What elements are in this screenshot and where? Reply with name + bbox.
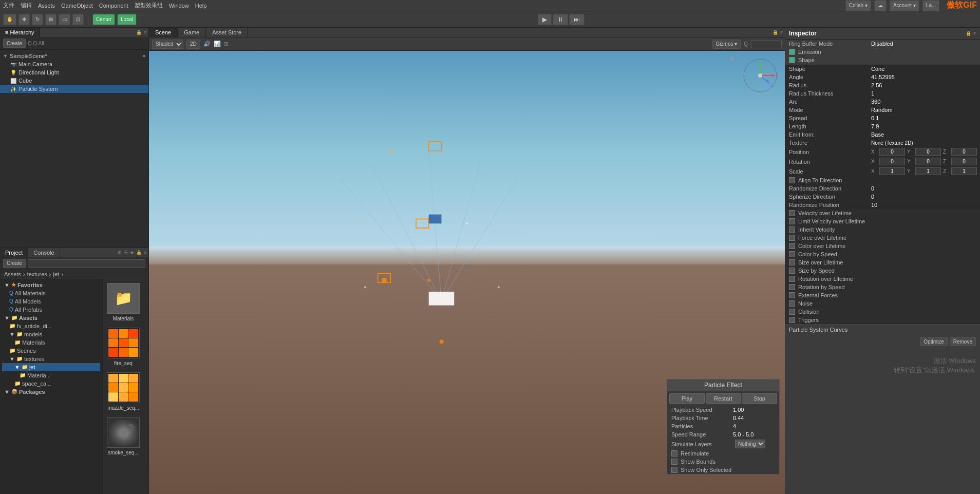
- account-button[interactable]: Account ▾: [890, 0, 919, 11]
- menu-window[interactable]: Window: [169, 3, 189, 9]
- sidebar-assets[interactable]: ▼ 📁 Assets: [2, 314, 100, 322]
- module-inherit-velocity[interactable]: Inherit Velocity: [785, 225, 980, 234]
- 2d-button[interactable]: 2D: [186, 40, 200, 49]
- rotation-z[interactable]: 0: [951, 158, 977, 165]
- project-create-btn[interactable]: Create: [3, 259, 26, 268]
- transform-move[interactable]: ✥: [18, 14, 30, 25]
- collab-button[interactable]: Collab ▾: [845, 0, 871, 11]
- pivot-local-button[interactable]: Local: [117, 14, 137, 25]
- scene-overlay-btn[interactable]: ⊞: [224, 41, 229, 47]
- position-x[interactable]: 0: [879, 148, 905, 156]
- scene-stats-btn[interactable]: 📊: [214, 41, 221, 47]
- position-y[interactable]: 0: [915, 148, 941, 156]
- scale-z[interactable]: 1: [951, 167, 977, 175]
- hierarchy-scene[interactable]: ▼ SampleScene* ≡: [0, 52, 148, 60]
- sidebar-packages[interactable]: ▼ 📦 Packages: [2, 388, 100, 396]
- tab-scene[interactable]: Scene: [149, 28, 178, 37]
- position-z[interactable]: 0: [951, 148, 977, 156]
- module-triggers-checkbox[interactable]: [789, 317, 795, 323]
- sidebar-models[interactable]: ▼ 📁 models: [2, 330, 100, 338]
- show-bounds-checkbox[interactable]: [671, 459, 677, 465]
- module-size-lifetime[interactable]: Size over Lifetime: [785, 258, 980, 267]
- breadcrumb-textures[interactable]: textures: [27, 271, 47, 277]
- show-only-selected-checkbox[interactable]: [671, 467, 677, 473]
- module-rotation-speed[interactable]: Rotation by Speed: [785, 283, 980, 291]
- hierarchy-create-btn[interactable]: Create: [3, 39, 26, 48]
- simulate-layers-select[interactable]: Nothing: [735, 440, 765, 448]
- tab-asset-store[interactable]: Asset Store: [206, 28, 248, 37]
- menu-gameobject[interactable]: GameObject: [61, 3, 93, 9]
- module-rotation-lifetime-checkbox[interactable]: [789, 276, 795, 282]
- breadcrumb-assets[interactable]: Assets: [4, 271, 21, 277]
- module-force[interactable]: Force over Lifetime: [785, 234, 980, 242]
- rotation-x[interactable]: 0: [879, 158, 905, 165]
- emission-checkbox[interactable]: [789, 49, 795, 55]
- tab-console[interactable]: Console: [28, 248, 60, 257]
- transform-scale[interactable]: ⊞: [45, 14, 56, 25]
- transform-rect[interactable]: ▭: [59, 14, 70, 25]
- sidebar-all-materials[interactable]: Q All Materials: [2, 289, 100, 297]
- module-size-lifetime-checkbox[interactable]: [789, 259, 795, 265]
- transform-all[interactable]: ⊡: [72, 14, 84, 25]
- menu-component[interactable]: Component: [99, 3, 128, 9]
- step-button[interactable]: ⏭: [569, 14, 585, 25]
- sidebar-fx-article[interactable]: 📁 fx_article_di...: [2, 322, 100, 330]
- sidebar-all-models[interactable]: Q All Models: [2, 297, 100, 306]
- module-noise-checkbox[interactable]: [789, 300, 795, 307]
- module-size-speed[interactable]: Size by Speed: [785, 267, 980, 275]
- module-limit-velocity[interactable]: Limit Velocity over Lifetime: [785, 217, 980, 225]
- menu-effect[interactable]: 塑型效果组: [135, 2, 163, 9]
- module-force-checkbox[interactable]: [789, 235, 795, 241]
- menu-help[interactable]: Help: [195, 3, 207, 9]
- sidebar-materia[interactable]: 📁 Materia...: [2, 371, 100, 379]
- particle-play-btn[interactable]: Play: [669, 393, 705, 404]
- file-materials[interactable]: 📁 Materials: [107, 283, 140, 321]
- module-color-lifetime[interactable]: Color over Lifetime: [785, 242, 980, 250]
- hierarchy-main-camera[interactable]: 📷 Main Camera: [0, 60, 148, 68]
- optimize-button[interactable]: Optimize: [920, 337, 947, 346]
- sidebar-all-prefabs[interactable]: Q All Prefabs: [2, 306, 100, 314]
- module-noise[interactable]: Noise: [785, 299, 980, 308]
- tab-project[interactable]: Project: [0, 248, 28, 257]
- scene-viewport[interactable]: X Y Z ✕ Particle Effect Play Restart Sto…: [149, 51, 785, 494]
- sidebar-space-ca[interactable]: 📁 space_ca...: [2, 379, 100, 388]
- module-triggers[interactable]: Triggers: [785, 316, 980, 324]
- module-external-forces-checkbox[interactable]: [789, 292, 795, 298]
- module-color-lifetime-checkbox[interactable]: [789, 243, 795, 249]
- module-collision[interactable]: Collision: [785, 308, 980, 316]
- module-external-forces[interactable]: External Forces: [785, 291, 980, 299]
- gizmos-button[interactable]: Gizmos ▾: [712, 40, 741, 49]
- play-button[interactable]: ▶: [538, 14, 552, 25]
- menu-file[interactable]: 文件: [3, 2, 14, 9]
- sidebar-favorites[interactable]: ▼ ★ Favorites: [2, 281, 100, 289]
- hierarchy-cube[interactable]: ⬜ Cube: [0, 77, 148, 85]
- module-color-speed[interactable]: Color by Speed: [785, 250, 980, 258]
- scene-close-btn[interactable]: ✕: [729, 55, 736, 63]
- particle-stop-btn[interactable]: Stop: [742, 393, 777, 404]
- hierarchy-particle-system[interactable]: ✨ Particle System: [0, 85, 148, 93]
- module-limit-velocity-checkbox[interactable]: [789, 218, 795, 224]
- module-rotation-lifetime[interactable]: Rotation over Lifetime: [785, 275, 980, 283]
- menu-edit[interactable]: 编辑: [21, 2, 32, 9]
- align-to-direction-checkbox[interactable]: [789, 177, 795, 183]
- scene-search-input[interactable]: [751, 40, 782, 48]
- particle-restart-btn[interactable]: Restart: [706, 393, 741, 404]
- tab-game[interactable]: Game: [178, 28, 206, 37]
- scale-y[interactable]: 1: [915, 167, 941, 175]
- inspector-menu[interactable]: ≡: [973, 31, 976, 36]
- transform-rotate[interactable]: ↻: [32, 14, 43, 25]
- remove-button[interactable]: Remove: [950, 337, 976, 346]
- menu-assets[interactable]: Assets: [38, 3, 55, 9]
- module-velocity-checkbox[interactable]: [789, 210, 795, 216]
- layers-button[interactable]: La...: [922, 0, 939, 11]
- sidebar-materials[interactable]: 📁 Materials: [2, 338, 100, 347]
- scale-x[interactable]: 1: [879, 167, 905, 175]
- inspector-lock[interactable]: 🔒: [966, 31, 971, 36]
- module-velocity[interactable]: Velocity over Lifetime: [785, 209, 980, 217]
- module-color-speed-checkbox[interactable]: [789, 251, 795, 257]
- module-collision-checkbox[interactable]: [789, 309, 795, 315]
- scene-audio-btn[interactable]: 🔊: [203, 41, 211, 47]
- module-rotation-speed-checkbox[interactable]: [789, 284, 795, 290]
- sidebar-scenes[interactable]: 📁 Scenes: [2, 347, 100, 355]
- transform-hand[interactable]: ✋: [3, 14, 16, 25]
